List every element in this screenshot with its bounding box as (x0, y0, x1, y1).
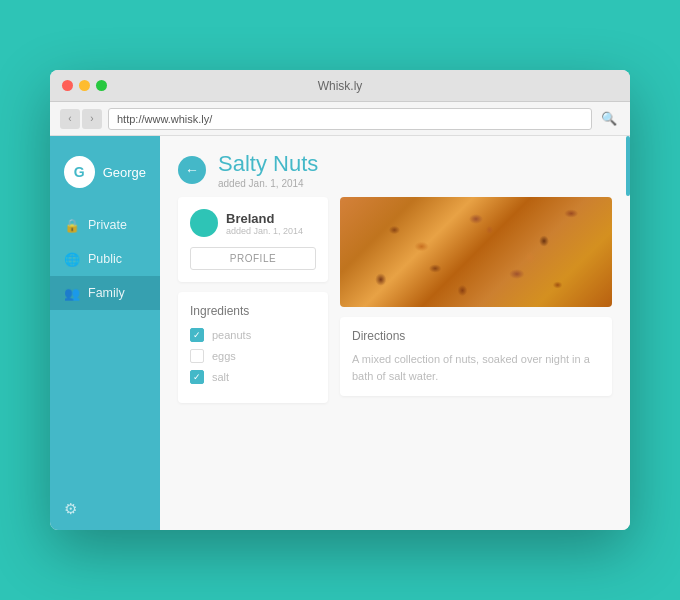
address-bar[interactable]: http://www.whisk.ly/ (108, 108, 592, 130)
profile-name: Breland (226, 211, 303, 226)
close-button[interactable] (62, 80, 73, 91)
page-header: ← Salty Nuts added Jan. 1, 2014 (160, 136, 630, 197)
directions-text: A mixed collection of nuts, soaked over … (352, 351, 600, 384)
ingredients-title: Ingredients (190, 304, 316, 318)
two-col-layout: Breland added Jan. 1, 2014 PROFILE Ingre… (160, 197, 630, 419)
food-image-texture (340, 197, 612, 307)
directions-card: Directions A mixed collection of nuts, s… (340, 317, 612, 396)
ingredient-salt: salt (190, 370, 316, 384)
forward-nav-button[interactable]: › (82, 109, 102, 129)
checkbox-salt[interactable] (190, 370, 204, 384)
sidebar-item-family-label: Family (88, 286, 125, 300)
toolbar: ‹ › http://www.whisk.ly/ 🔍 (50, 102, 630, 136)
scroll-accent (626, 136, 630, 196)
ingredients-card: Ingredients peanuts eggs salt (178, 292, 328, 403)
sidebar-item-public[interactable]: 🌐 Public (50, 242, 160, 276)
page-title-area: Salty Nuts added Jan. 1, 2014 (218, 152, 318, 189)
content-area: G George 🔒 Private 🌐 Public 👥 Family ⚙ (50, 136, 630, 530)
back-button[interactable]: ← (178, 156, 206, 184)
maximize-button[interactable] (96, 80, 107, 91)
profile-info: Breland added Jan. 1, 2014 (226, 211, 303, 236)
ingredient-eggs: eggs (190, 349, 316, 363)
checkbox-eggs[interactable] (190, 349, 204, 363)
search-icon[interactable]: 🔍 (598, 108, 620, 130)
username: George (103, 165, 146, 180)
minimize-button[interactable] (79, 80, 90, 91)
right-column: Directions A mixed collection of nuts, s… (340, 197, 612, 403)
avatar: G (64, 156, 95, 188)
browser-window: Whisk.ly ‹ › http://www.whisk.ly/ 🔍 G Ge… (50, 70, 630, 530)
ingredient-salt-label: salt (212, 371, 229, 383)
main-content: ← Salty Nuts added Jan. 1, 2014 B (160, 136, 630, 530)
title-bar: Whisk.ly (50, 70, 630, 102)
back-nav-button[interactable]: ‹ (60, 109, 80, 129)
profile-date: added Jan. 1, 2014 (226, 226, 303, 236)
lock-icon: 🔒 (64, 217, 80, 233)
user-profile: G George (50, 148, 160, 196)
gear-icon: ⚙ (64, 500, 77, 517)
settings-button[interactable]: ⚙ (50, 488, 160, 530)
globe-icon: 🌐 (64, 251, 80, 267)
profile-avatar (190, 209, 218, 237)
sidebar: G George 🔒 Private 🌐 Public 👥 Family ⚙ (50, 136, 160, 530)
profile-card: Breland added Jan. 1, 2014 PROFILE (178, 197, 328, 282)
avatar-initials: G (74, 164, 85, 180)
sidebar-item-private[interactable]: 🔒 Private (50, 208, 160, 242)
food-image (340, 197, 612, 307)
page-subtitle: added Jan. 1, 2014 (218, 178, 318, 189)
address-text: http://www.whisk.ly/ (117, 113, 212, 125)
profile-user: Breland added Jan. 1, 2014 (190, 209, 316, 237)
checkbox-peanuts[interactable] (190, 328, 204, 342)
sidebar-item-private-label: Private (88, 218, 127, 232)
left-column: Breland added Jan. 1, 2014 PROFILE Ingre… (178, 197, 328, 403)
ingredient-peanuts-label: peanuts (212, 329, 251, 341)
back-arrow-icon: ← (185, 162, 199, 178)
traffic-lights (62, 80, 107, 91)
sidebar-item-public-label: Public (88, 252, 122, 266)
ingredient-eggs-label: eggs (212, 350, 236, 362)
window-title: Whisk.ly (318, 79, 363, 93)
directions-title: Directions (352, 329, 600, 343)
ingredient-peanuts: peanuts (190, 328, 316, 342)
profile-button[interactable]: PROFILE (190, 247, 316, 270)
family-icon: 👥 (64, 285, 80, 301)
nav-buttons: ‹ › (60, 109, 102, 129)
sidebar-item-family[interactable]: 👥 Family (50, 276, 160, 310)
page-title: Salty Nuts (218, 152, 318, 176)
